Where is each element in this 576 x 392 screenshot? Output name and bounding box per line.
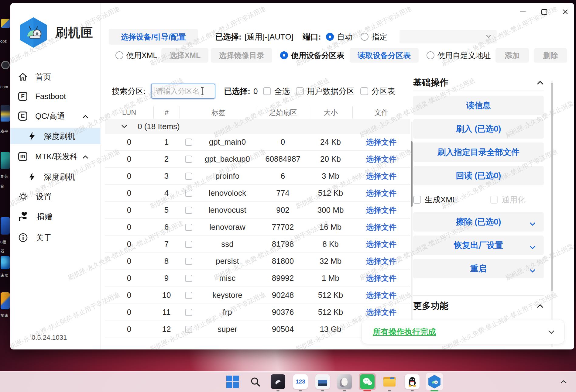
row-checkbox[interactable] — [185, 173, 192, 180]
select-file-link[interactable]: 选择文件 — [366, 290, 396, 300]
taskbar-wechat-icon[interactable] — [360, 374, 375, 389]
taskbar-chevron-up-icon[interactable] — [560, 380, 567, 384]
sidebar-item-fastboot[interactable]: F Fastboot — [10, 88, 100, 104]
column-header-file[interactable]: 文件 — [352, 106, 410, 119]
reboot-dropdown-button[interactable]: 重启 — [413, 259, 544, 278]
row-checkbox[interactable] — [185, 241, 192, 248]
taskbar-anime-avatar-icon[interactable] — [337, 374, 352, 389]
select-file-link[interactable]: 选择文件 — [366, 205, 396, 215]
erase-dropdown-button[interactable]: 擦除 (已选0) — [413, 212, 544, 232]
sidebar-item-qc-deep-flash[interactable]: 深度刷机 — [10, 128, 100, 144]
chevron-down-icon[interactable] — [548, 330, 555, 334]
select-file-link[interactable]: 选择文件 — [366, 273, 396, 283]
flash-button[interactable]: 刷入 (已选0) — [413, 119, 544, 139]
add-button[interactable]: 添加 — [495, 48, 529, 63]
taskbar-game-icon[interactable] — [271, 374, 285, 389]
select-image-dir-button[interactable]: 选择镜像目录 — [211, 48, 272, 63]
port-auto-radio[interactable] — [326, 33, 334, 41]
port-specify-label[interactable]: 指定 — [372, 32, 387, 42]
readback-button[interactable]: 回读 (已选0) — [413, 166, 544, 185]
minimize-button[interactable] — [516, 7, 530, 17]
sidebar-item-donate[interactable]: 捐赠 — [10, 209, 100, 225]
select-file-link[interactable]: 选择文件 — [366, 256, 396, 266]
column-header-start-sector[interactable]: 起始扇区 — [257, 106, 309, 119]
factory-reset-dropdown-button[interactable]: 恢复出厂设置 — [413, 236, 544, 255]
desktop-icon-fragment[interactable] — [1, 105, 10, 122]
select-file-link[interactable]: 选择文件 — [366, 171, 396, 181]
select-device-config-button[interactable]: 选择设备/引导/配置 — [109, 29, 198, 45]
row-checkbox[interactable] — [185, 207, 192, 214]
select-file-link[interactable]: 选择文件 — [366, 239, 396, 249]
column-header-lun[interactable]: LUN — [105, 106, 153, 119]
desktop-icon-fragment[interactable] — [1, 292, 10, 309]
row-checkbox[interactable] — [185, 190, 192, 197]
taskbar-search-button[interactable] — [248, 374, 262, 389]
user-data-partition-label[interactable]: 用户数据分区 — [307, 86, 354, 97]
taskbar-file-explorer-icon[interactable] — [382, 374, 397, 389]
row-checkbox[interactable] — [185, 275, 192, 282]
user-data-partition-checkbox[interactable] — [296, 87, 304, 95]
desktop-icon-fragment[interactable] — [1, 256, 10, 269]
row-checkbox[interactable] — [185, 224, 192, 231]
flash-directory-button[interactable]: 刷入指定目录全部文件 — [413, 143, 544, 162]
desktop-icon-fragment[interactable] — [1, 19, 10, 28]
taskbar-photos-icon[interactable] — [315, 374, 330, 389]
desktop-icon-fragment[interactable] — [1, 217, 10, 235]
sidebar-item-settings[interactable]: 设置 — [10, 189, 100, 205]
generalize-label[interactable]: 通用化 — [502, 194, 525, 205]
sidebar-item-mediatek[interactable]: m MTK/联发科 — [10, 149, 100, 164]
row-checkbox[interactable] — [185, 292, 192, 299]
sidebar-item-home[interactable]: 首页 — [10, 69, 100, 85]
use-xml-label[interactable]: 使用XML — [126, 50, 157, 60]
use-custom-address-label[interactable]: 使用自定义地址 — [437, 50, 491, 60]
delete-button[interactable]: 删除 — [534, 48, 567, 63]
column-header-index[interactable]: # — [153, 106, 180, 119]
port-specify-radio[interactable] — [361, 33, 369, 41]
table-scrollbar-thumb[interactable] — [411, 141, 413, 207]
chevron-up-icon[interactable] — [537, 81, 544, 85]
use-custom-address-radio[interactable] — [427, 51, 434, 59]
read-device-partition-table-button[interactable]: 读取设备分区表 — [350, 48, 419, 63]
maximize-button[interactable] — [537, 7, 551, 17]
select-all-label[interactable]: 全选 — [274, 86, 290, 97]
select-file-link[interactable]: 选择文件 — [366, 307, 396, 317]
read-info-button[interactable]: 读信息 — [413, 96, 544, 115]
desktop-icon-fragment[interactable] — [1, 152, 10, 169]
close-button[interactable] — [558, 7, 572, 17]
port-select-dropdown[interactable] — [399, 30, 497, 43]
select-file-link[interactable]: 选择文件 — [366, 222, 396, 232]
column-header-label[interactable]: 标签 — [180, 106, 257, 119]
panel-scrollbar-thumb[interactable] — [551, 83, 553, 291]
partition-table-checkbox[interactable] — [360, 87, 368, 95]
sidebar-item-mtk-deep-flash[interactable]: 深度刷机 — [10, 169, 100, 185]
select-file-link[interactable]: 选择文件 — [366, 154, 396, 164]
row-checkbox[interactable] — [185, 258, 192, 265]
select-file-link[interactable]: 选择文件 — [366, 137, 396, 147]
row-checkbox[interactable] — [185, 309, 192, 316]
windows-start-button[interactable] — [225, 374, 240, 389]
status-box[interactable]: 所有操作执行完成 — [362, 320, 564, 344]
select-xml-button[interactable]: 选择XML — [161, 48, 208, 63]
chevron-up-icon[interactable] — [537, 304, 544, 308]
select-file-link[interactable]: 选择文件 — [366, 188, 396, 198]
column-header-size[interactable]: 大小 — [309, 106, 352, 119]
use-xml-radio[interactable] — [115, 51, 123, 59]
row-checkbox[interactable] — [185, 156, 192, 163]
row-checkbox[interactable] — [185, 139, 192, 146]
select-all-checkbox[interactable] — [263, 87, 271, 95]
desktop-icon-fragment[interactable] — [1, 61, 10, 69]
generalize-checkbox[interactable] — [490, 196, 498, 204]
use-device-partition-table-radio[interactable] — [280, 51, 288, 59]
row-checkbox[interactable] — [185, 326, 192, 333]
taskbar-qq-icon[interactable] — [405, 374, 420, 389]
generate-xml-label[interactable]: 生成XML — [425, 194, 457, 205]
use-device-partition-table-label[interactable]: 使用设备分区表 — [291, 50, 344, 60]
generate-xml-checkbox[interactable] — [413, 196, 421, 204]
table-group-row[interactable]: 0 (18 Items) — [105, 119, 410, 134]
port-auto-label[interactable]: 自动 — [337, 32, 353, 42]
partition-table-label[interactable]: 分区表 — [371, 86, 395, 97]
sidebar-item-qualcomm[interactable]: E QC/高通 — [10, 108, 100, 124]
taskbar-flash-tool-icon[interactable] — [427, 374, 442, 389]
taskbar-input-123-icon[interactable]: 123 — [293, 374, 308, 389]
search-input[interactable]: 请输入分区名 — [151, 84, 215, 99]
